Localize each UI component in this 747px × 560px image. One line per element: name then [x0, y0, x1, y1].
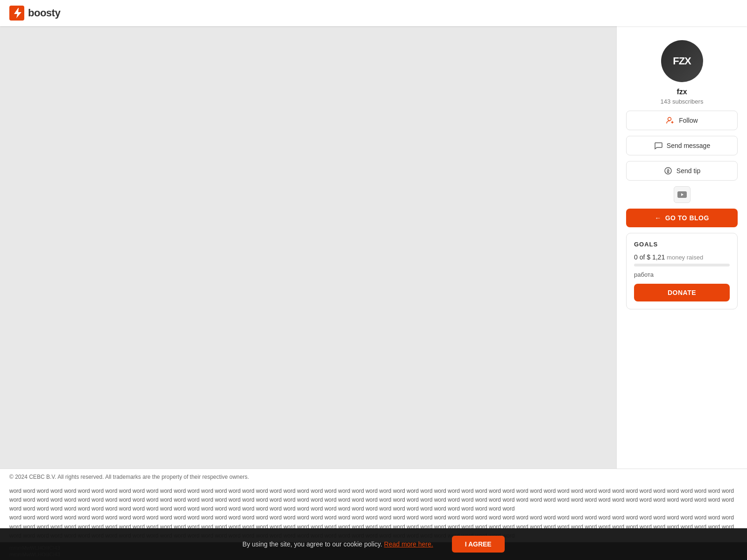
lightning-icon [9, 6, 24, 21]
money-raise-text: money raised [667, 254, 703, 261]
agree-label: I AGREE [465, 540, 492, 548]
subscriber-count: 143 subscribers [661, 98, 704, 105]
follow-label: Follow [679, 117, 698, 124]
goal-amount-display: 0 of $ 1,21 money raised [634, 253, 730, 261]
message-icon [654, 141, 663, 150]
footer-copyright: © 2024 CEBC B.V. All rights reserved. Al… [0, 469, 747, 485]
header: boosty [0, 0, 747, 26]
youtube-icon [677, 191, 687, 198]
cookie-link[interactable]: Read more here. [384, 540, 433, 548]
svg-point-2 [665, 168, 671, 174]
cookie-message: By using the site, you agree to our cook… [242, 540, 382, 548]
words-line-1: word word word word word word word word … [9, 487, 738, 514]
send-message-button[interactable]: Send message [626, 136, 738, 155]
svg-point-1 [668, 118, 671, 121]
goal-target: $ 1,21 [647, 253, 665, 261]
social-icons-row [674, 186, 691, 203]
go-to-blog-label: GO TO BLOG [665, 214, 709, 222]
avatar: FZX [661, 40, 703, 82]
arrow-left-icon: ← [655, 214, 662, 222]
agree-button[interactable]: I AGREE [452, 536, 505, 553]
send-tip-label: Send tip [677, 167, 700, 175]
send-tip-button[interactable]: Send tip [626, 161, 738, 181]
goals-title: GOALS [634, 241, 730, 248]
youtube-button[interactable] [674, 186, 691, 203]
goals-section: GOALS 0 of $ 1,21 money raised работа DO… [626, 233, 738, 309]
cookie-banner: By using the site, you agree to our cook… [0, 528, 747, 560]
go-to-blog-button[interactable]: ← GO TO BLOG [626, 209, 738, 227]
logo-text: boosty [28, 7, 60, 19]
avatar-initials: FZX [673, 55, 691, 67]
current-amount: 0 [634, 253, 638, 261]
username: fzx [677, 88, 687, 96]
copyright-text: © 2024 CEBC B.V. All rights reserved. Al… [9, 474, 249, 480]
send-message-label: Send message [667, 142, 710, 149]
goal-name: работа [634, 271, 730, 278]
progress-bar-container [634, 264, 730, 266]
tip-icon [663, 166, 673, 175]
donate-button[interactable]: DONATE [634, 284, 730, 301]
donate-label: DONATE [668, 289, 696, 296]
cookie-text: By using the site, you agree to our cook… [242, 540, 433, 548]
follow-icon [666, 116, 675, 125]
logo[interactable]: boosty [9, 6, 60, 21]
follow-button[interactable]: Follow [626, 111, 738, 130]
